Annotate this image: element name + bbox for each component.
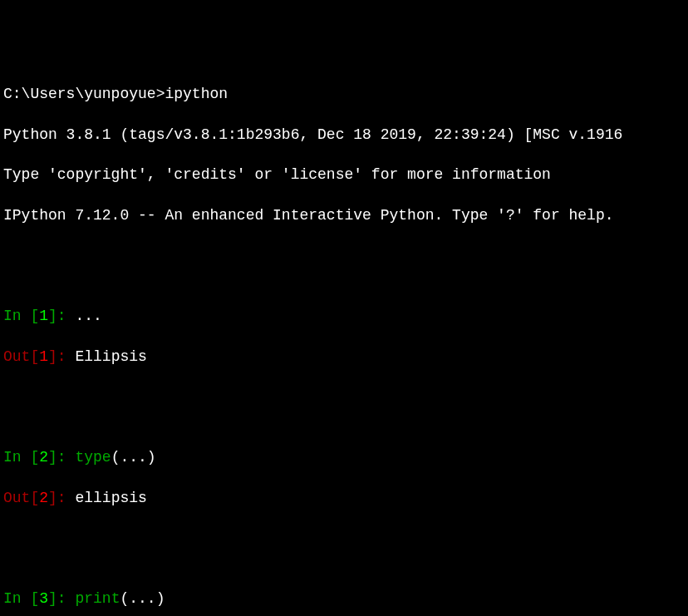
- in-prompt: In [1]:: [3, 308, 66, 324]
- cell-output: ellipsis: [66, 490, 147, 506]
- terminal-command: ipython: [165, 86, 228, 102]
- terminal-prompt-line: C:\Users\yunpoyue>ipython: [3, 84, 685, 104]
- cell-output: Ellipsis: [66, 348, 147, 365]
- ipython-version-line: IPython 7.12.0 -- An enhanced Interactiv…: [3, 205, 685, 225]
- terminal-path: C:\Users\yunpoyue>: [3, 86, 165, 102]
- in-prompt: In [2]:: [3, 449, 66, 466]
- cell-2-output: Out[2]: ellipsis: [3, 488, 685, 508]
- in-number: 3: [39, 590, 48, 607]
- out-prompt: Out[1]:: [3, 348, 66, 365]
- copyright-line: Type 'copyright', 'credits' or 'license'…: [3, 165, 685, 185]
- blank-line: [3, 246, 685, 266]
- blank-line: [3, 387, 685, 407]
- python-version-line: Python 3.8.1 (tags/v3.8.1:1b293b6, Dec 1…: [3, 125, 685, 145]
- out-number: 1: [39, 348, 48, 365]
- cell-input: ...: [66, 308, 102, 324]
- keyword-print: print: [66, 590, 120, 607]
- out-prompt: Out[2]:: [3, 490, 66, 506]
- in-number: 2: [39, 449, 48, 466]
- cell-input: (...): [111, 449, 156, 466]
- keyword-type: type: [66, 449, 111, 466]
- blank-line: [3, 528, 685, 548]
- in-prompt: In [3]:: [3, 590, 66, 607]
- cell-input: (...): [120, 590, 165, 607]
- cell-1: In [1]: ...: [3, 306, 685, 326]
- cell-2: In [2]: type(...): [3, 447, 685, 467]
- cell-3: In [3]: print(...): [3, 589, 685, 609]
- cell-1-output: Out[1]: Ellipsis: [3, 347, 685, 367]
- out-number: 2: [39, 490, 48, 506]
- in-number: 1: [39, 308, 48, 324]
